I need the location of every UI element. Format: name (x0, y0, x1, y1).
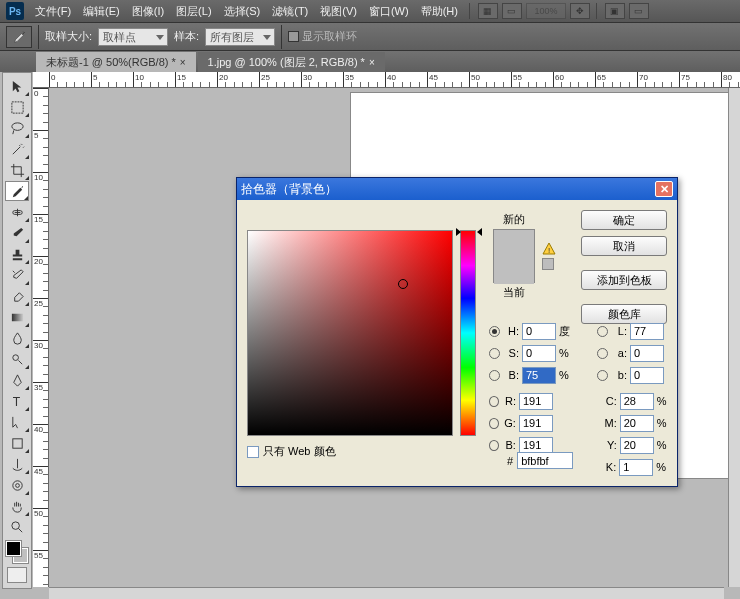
foreground-color-swatch[interactable] (6, 541, 21, 556)
menu-view[interactable]: 视图(V) (315, 2, 362, 21)
pct-unit: % (559, 347, 573, 359)
pct-unit: % (559, 369, 573, 381)
move-tool-icon[interactable] (5, 76, 29, 96)
tab-untitled[interactable]: 未标题-1 @ 50%(RGB/8) *× (36, 52, 196, 72)
quickmask-toggle-icon[interactable] (7, 567, 27, 583)
pen-tool-icon[interactable] (5, 370, 29, 390)
menu-image[interactable]: 图像(I) (127, 2, 169, 21)
separator (281, 25, 282, 49)
menu-edit[interactable]: 编辑(E) (78, 2, 125, 21)
blue-input[interactable] (519, 437, 553, 454)
svg-text:T: T (12, 395, 20, 409)
screen-mode-icon[interactable]: ▭ (629, 3, 649, 19)
eyedropper-tool-icon[interactable] (5, 181, 29, 201)
hand-tool-icon[interactable] (5, 496, 29, 516)
pct-unit: % (657, 417, 669, 429)
color-swatches[interactable] (6, 541, 28, 563)
type-tool-icon[interactable]: T (5, 391, 29, 411)
eraser-tool-icon[interactable] (5, 286, 29, 306)
gamut-swatch[interactable] (542, 258, 554, 270)
hand-tool-icon[interactable]: ✥ (570, 3, 590, 19)
3d-tool-icon[interactable] (5, 454, 29, 474)
sample-size-dropdown[interactable]: 取样点 (98, 28, 168, 46)
menu-filter[interactable]: 滤镜(T) (267, 2, 313, 21)
horizontal-scrollbar[interactable] (49, 587, 724, 599)
dialog-body: 新的 当前 ! 确定 取消 添加到色板 颜色库 H: 度 (237, 200, 677, 486)
g-input[interactable] (519, 415, 553, 432)
zoom-tool-icon[interactable] (5, 517, 29, 537)
r-input[interactable] (519, 393, 553, 410)
launch-bridge-icon[interactable]: ▦ (478, 3, 498, 19)
current-color-swatch[interactable] (494, 257, 534, 284)
blur-tool-icon[interactable] (5, 328, 29, 348)
healing-tool-icon[interactable] (5, 202, 29, 222)
hex-input[interactable] (517, 452, 573, 469)
svg-rect-2 (11, 313, 22, 321)
cancel-button[interactable]: 取消 (581, 236, 667, 256)
ruler-tick: 5 (91, 72, 97, 88)
tab-1jpg[interactable]: 1.jpg @ 100% (图层 2, RGB/8) *× (198, 52, 385, 72)
camera-tool-icon[interactable] (5, 475, 29, 495)
lasso-tool-icon[interactable] (5, 118, 29, 138)
close-icon[interactable]: ✕ (655, 181, 673, 197)
s-radio[interactable] (489, 348, 500, 359)
svg-rect-0 (11, 101, 22, 112)
stamp-tool-icon[interactable] (5, 244, 29, 264)
h-input[interactable] (522, 323, 556, 340)
svg-point-7 (15, 483, 19, 487)
extras-toggle-icon[interactable]: ▭ (502, 3, 522, 19)
y-input[interactable] (620, 437, 654, 454)
show-ring-checkbox[interactable]: 显示取样环 (288, 29, 357, 44)
vertical-scrollbar[interactable] (728, 88, 740, 587)
menu-help[interactable]: 帮助(H) (416, 2, 463, 21)
lab-b-radio[interactable] (597, 370, 608, 381)
menu-layer[interactable]: 图层(L) (171, 2, 216, 21)
brush-tool-icon[interactable] (5, 223, 29, 243)
h-label: H: (503, 325, 519, 337)
hue-slider[interactable] (460, 230, 476, 436)
path-tool-icon[interactable] (5, 412, 29, 432)
gamut-warning-icon[interactable]: ! (542, 242, 556, 256)
r-radio[interactable] (489, 396, 499, 407)
dodge-tool-icon[interactable] (5, 349, 29, 369)
l-radio[interactable] (597, 326, 608, 337)
menu-window[interactable]: 窗口(W) (364, 2, 414, 21)
h-radio[interactable] (489, 326, 500, 337)
a-radio[interactable] (597, 348, 608, 359)
show-ring-label: 显示取样环 (302, 29, 357, 44)
hash-label: # (507, 455, 513, 467)
svg-point-3 (12, 354, 18, 360)
web-colors-checkbox[interactable]: 只有 Web 颜色 (247, 444, 336, 459)
blue-radio[interactable] (489, 440, 499, 451)
shape-tool-icon[interactable] (5, 433, 29, 453)
k-input[interactable] (619, 459, 653, 476)
b-radio[interactable] (489, 370, 500, 381)
web-colors-label: 只有 Web 颜色 (263, 444, 336, 459)
close-icon[interactable]: × (369, 57, 375, 68)
sample-layers-dropdown[interactable]: 所有图层 (205, 28, 275, 46)
dialog-titlebar[interactable]: 拾色器（背景色） ✕ (237, 178, 677, 200)
gradient-tool-icon[interactable] (5, 307, 29, 327)
color-field[interactable] (247, 230, 453, 436)
arrange-docs-icon[interactable]: ▣ (605, 3, 625, 19)
close-icon[interactable]: × (180, 57, 186, 68)
ok-button[interactable]: 确定 (581, 210, 667, 230)
a-input[interactable] (630, 345, 664, 362)
g-radio[interactable] (489, 418, 499, 429)
current-tool-icon[interactable] (6, 26, 32, 48)
wand-tool-icon[interactable] (5, 139, 29, 159)
menu-select[interactable]: 选择(S) (219, 2, 266, 21)
brightness-input[interactable] (522, 367, 556, 384)
lab-b-input[interactable] (630, 367, 664, 384)
svg-point-6 (12, 480, 21, 489)
color-cursor-icon[interactable] (398, 279, 408, 289)
s-input[interactable] (522, 345, 556, 362)
c-input[interactable] (620, 393, 654, 410)
history-brush-tool-icon[interactable] (5, 265, 29, 285)
menu-file[interactable]: 文件(F) (30, 2, 76, 21)
l-input[interactable] (630, 323, 664, 340)
crop-tool-icon[interactable] (5, 160, 29, 180)
add-swatch-button[interactable]: 添加到色板 (581, 270, 667, 290)
m-input[interactable] (620, 415, 654, 432)
marquee-tool-icon[interactable] (5, 97, 29, 117)
